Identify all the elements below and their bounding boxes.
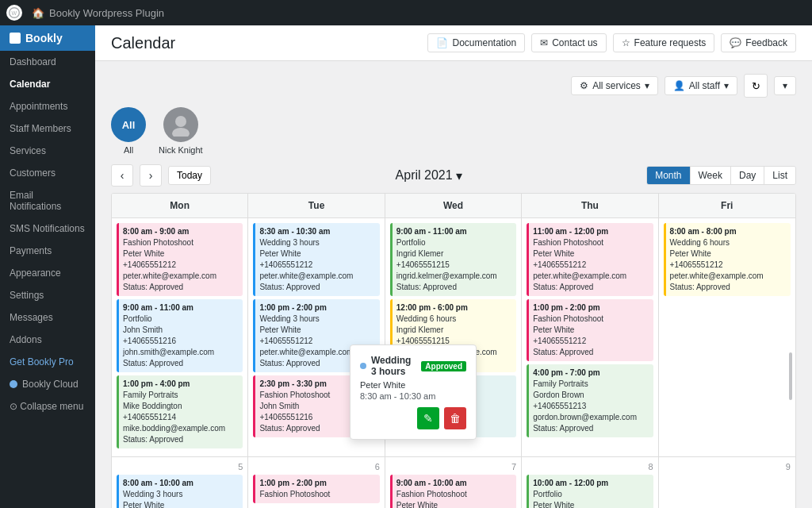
staff-row: All All Nick Knight	[111, 107, 796, 155]
staff-card-nick[interactable]: Nick Knight	[159, 107, 203, 155]
appt-fri1-1[interactable]: 8:00 am - 8:00 pm Wedding 6 hours Peter …	[664, 223, 791, 296]
svg-point-2	[175, 116, 186, 127]
more-options-button[interactable]: ▾	[774, 76, 796, 95]
calendar-cell-fri1: 8:00 am - 8:00 pm Wedding 6 hours Peter …	[659, 218, 795, 457]
sidebar-item-customers[interactable]: Customers	[0, 162, 95, 184]
appt-thu1-1[interactable]: 11:00 am - 12:00 pm Fashion Photoshoot P…	[527, 223, 653, 296]
calendar-nav: ‹ › Today April 2021 ▾ Month Week Day Li…	[111, 164, 796, 187]
popup-status-badge: Approved	[421, 361, 466, 371]
prev-month-button[interactable]: ‹	[111, 164, 133, 187]
calendar-cell-thu2: 8 10:00 am - 12:00 pm Portfolio Peter Wh…	[522, 457, 658, 508]
calendar-row-2: 5 8:00 am - 10:00 am Wedding 3 hours Pet…	[112, 457, 795, 508]
collapse-icon: ⊙	[10, 401, 17, 412]
sidebar-item-services[interactable]: Services	[0, 140, 95, 162]
main-content: Calendar 📄 Documentation ✉ Contact us ☆ …	[95, 25, 812, 508]
view-week-button[interactable]: Week	[691, 167, 731, 184]
svg-point-3	[172, 128, 190, 137]
popup-edit-button[interactable]: ✎	[417, 407, 439, 429]
calendar-cell-mon1: 8:00 am - 9:00 am Fashion Photoshoot Pet…	[112, 218, 248, 457]
feedback-button[interactable]: 💬 Feedback	[721, 33, 796, 52]
appt-thu1-3[interactable]: 4:00 pm - 7:00 pm Family Portraits Gordo…	[527, 364, 653, 437]
services-icon: ⚙	[580, 80, 588, 91]
calendar-grid: Mon Tue Wed Thu Fri 8:00 am - 9:00 am Fa…	[111, 193, 796, 508]
staff-label-all: All	[124, 145, 133, 155]
next-month-button[interactable]: ›	[140, 164, 162, 187]
sidebar-cloud[interactable]: Bookly Cloud	[0, 373, 95, 395]
popup-title: Wedding 3 hours Approved	[360, 355, 466, 377]
staff-avatar-nick	[163, 107, 198, 142]
view-day-button[interactable]: Day	[731, 167, 764, 184]
sidebar-item-settings[interactable]: Settings	[0, 284, 95, 306]
cell-date-thu2: 8	[527, 462, 653, 471]
month-title[interactable]: April 2021 ▾	[396, 168, 462, 183]
sidebar-item-staff[interactable]: Staff Members	[0, 117, 95, 140]
sidebar-item-dashboard[interactable]: Dashboard	[0, 51, 95, 73]
event-popup: Wedding 3 hours Approved Peter White 8:3…	[350, 344, 477, 440]
header-tue: Tue	[248, 194, 385, 218]
month-chevron-icon: ▾	[456, 168, 462, 183]
appt-mon1-2[interactable]: 9:00 am - 11:00 am Portfolio John Smith …	[117, 299, 243, 372]
calendar-cell-mon2: 5 8:00 am - 10:00 am Wedding 3 hours Pet…	[112, 457, 248, 508]
sidebar-item-pro[interactable]: Get Bookly Pro	[0, 351, 95, 373]
sidebar-brand[interactable]: Bookly	[0, 25, 95, 51]
sidebar-item-messages[interactable]: Messages	[0, 306, 95, 329]
sidebar-item-email[interactable]: Email Notifications	[0, 184, 95, 217]
refresh-button[interactable]: ↻	[744, 74, 768, 98]
house-icon: 🏠	[32, 7, 44, 19]
calendar-cell-fri2: 9	[659, 457, 795, 508]
sidebar-item-sms[interactable]: SMS Notifications	[0, 217, 95, 240]
appt-wed2-1[interactable]: 9:00 am - 10:00 am Fashion Photoshoot Pe…	[390, 475, 516, 508]
all-services-button[interactable]: ⚙ All services ▾	[571, 76, 658, 95]
sidebar-item-calendar[interactable]: Calendar	[0, 73, 95, 95]
sidebar-collapse[interactable]: ⊙ Collapse menu	[0, 395, 95, 418]
contact-us-button[interactable]: ✉ Contact us	[531, 33, 606, 52]
email-icon: ✉	[540, 37, 548, 48]
wp-logo: W	[6, 5, 22, 21]
appt-mon1-3[interactable]: 1:00 pm - 4:00 pm Family Portraits Mike …	[117, 375, 243, 448]
appt-mon2-1[interactable]: 8:00 am - 10:00 am Wedding 3 hours Peter…	[117, 475, 243, 508]
feature-requests-button[interactable]: ☆ Feature requests	[613, 33, 715, 52]
appt-tue1-1[interactable]: 8:30 am - 10:30 am Wedding 3 hours Peter…	[253, 223, 379, 296]
header-mon: Mon	[112, 194, 248, 218]
staff-icon: 👤	[673, 80, 685, 91]
all-staff-button[interactable]: 👤 All staff ▾	[665, 76, 737, 95]
sidebar-item-payments[interactable]: Payments	[0, 240, 95, 262]
view-list-button[interactable]: List	[764, 167, 795, 184]
appt-tue2-1[interactable]: 1:00 pm - 2:00 pm Fashion Photoshoot	[253, 475, 379, 503]
sidebar-item-appointments[interactable]: Appointments	[0, 95, 95, 117]
header-buttons: 📄 Documentation ✉ Contact us ☆ Feature r…	[427, 33, 796, 52]
chevron-down-icon2: ▾	[724, 80, 729, 91]
scroll-indicator[interactable]	[789, 352, 792, 400]
calendar-nav-left: ‹ › Today	[111, 164, 211, 187]
sidebar-item-appearance[interactable]: Appearance	[0, 262, 95, 284]
documentation-button[interactable]: 📄 Documentation	[427, 33, 525, 52]
appt-mon1-1[interactable]: 8:00 am - 9:00 am Fashion Photoshoot Pet…	[117, 223, 243, 296]
page-title: Calendar	[111, 34, 175, 52]
top-bar: W 🏠 Bookly Wordpress Plugin	[0, 0, 812, 25]
cell-date-mon2: 5	[117, 462, 243, 471]
staff-card-all[interactable]: All All	[111, 107, 146, 155]
header-fri: Fri	[659, 194, 795, 218]
appt-thu1-2[interactable]: 1:00 pm - 2:00 pm Fashion Photoshoot Pet…	[527, 299, 653, 361]
appt-wed1-1[interactable]: 9:00 am - 11:00 am Portfolio Ingrid Klem…	[390, 223, 516, 296]
refresh-icon: ↻	[752, 80, 760, 92]
view-month-button[interactable]: Month	[647, 167, 690, 184]
popup-dot	[360, 363, 366, 369]
staff-avatar-all: All	[111, 107, 146, 142]
appt-thu2-1[interactable]: 10:00 am - 12:00 pm Portfolio Peter Whit…	[527, 475, 653, 508]
popup-client: Peter White	[360, 380, 466, 390]
staff-label-nick: Nick Knight	[159, 145, 203, 155]
doc-icon: 📄	[436, 37, 448, 48]
cloud-icon	[10, 380, 17, 388]
today-button[interactable]: Today	[168, 166, 211, 185]
svg-text:W: W	[12, 10, 17, 16]
calendar-cell-thu1: 11:00 am - 12:00 pm Fashion Photoshoot P…	[522, 218, 658, 457]
cell-date-fri2: 9	[664, 462, 791, 471]
popup-delete-button[interactable]: 🗑	[444, 407, 466, 429]
chevron-down-icon: ▾	[645, 80, 649, 91]
sidebar-item-addons[interactable]: Addons	[0, 329, 95, 351]
cell-date-wed2: 7	[390, 462, 516, 471]
star-icon: ☆	[622, 37, 630, 48]
popup-actions: ✎ 🗑	[360, 407, 466, 429]
toolbar: ⚙ All services ▾ 👤 All staff ▾ ↻ ▾	[111, 74, 796, 98]
